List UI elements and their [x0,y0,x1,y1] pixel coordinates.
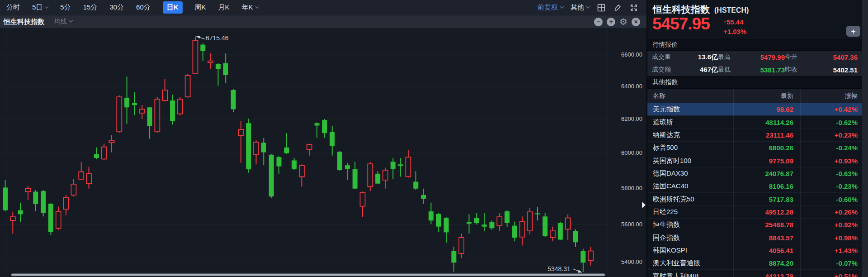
gear-icon[interactable]: ⚙ [619,17,627,26]
quote-label: 成交量 [652,53,680,61]
index-row-国企指数[interactable]: 国企指数8843.57+0.98% [647,231,868,244]
index-row-欧洲斯托克50[interactable]: 欧洲斯托克505717.83-0.60% [647,193,868,205]
index-row-法国CAC40[interactable]: 法国CAC408106.16-0.23% [647,180,868,193]
candle-body-down [170,100,175,121]
period-tab-5日[interactable]: 5日 [32,3,48,12]
high-annotation-label: 6715.46 [206,34,229,42]
candle-body-down [580,251,585,263]
candle-body-up [550,231,555,238]
y-tick-label: 6200.00 [621,115,642,122]
last-price: 5457.95 [652,14,710,33]
drawing-brush-icon[interactable] [613,3,622,12]
candle-body-up [56,211,61,228]
chart-horizontal-scrollbar[interactable] [11,274,605,276]
index-row-韩国KOSPI[interactable]: 韩国KOSPI4056.41+1.43% [647,244,868,257]
candle-body-up [238,129,243,135]
quote-label: 今开 [785,53,807,61]
candle-body-up [25,189,30,192]
candle-body-down [505,211,509,223]
quote-value: 5479.99 [740,53,785,61]
index-last-value: 4056.41 [732,247,799,254]
period-tab-30分[interactable]: 30分 [109,3,124,12]
close-icon[interactable]: × [632,18,640,26]
candle-body-down [41,191,46,213]
add-to-watchlist-button[interactable]: + [846,26,860,37]
index-row-德国DAX30[interactable]: 德国DAX3024076.87-0.63% [647,167,868,180]
index-row-纳斯达克[interactable]: 纳斯达克23111.46+0.23% [647,129,868,142]
ma-dropdown[interactable]: 均线 [54,18,72,26]
candle-body-up [299,165,304,177]
index-code: (HSTECH) [714,6,749,14]
candle-body-down [18,210,23,215]
candle-body-down [292,160,297,169]
index-row-澳大利亚普通股[interactable]: 澳大利亚普通股8874.20-0.07% [647,257,868,270]
candle-body-up [71,184,76,195]
index-row-道琼斯[interactable]: 道琼斯48114.26-0.62% [647,116,868,129]
index-change-percent: +0.98% [799,234,858,242]
period-tab-15分[interactable]: 15分 [83,3,98,12]
toolbar-right-controls: 前复权 其他 [538,3,638,12]
index-row-富时意大利MIB[interactable]: 富时意大利MIB44212.78+0.51% [647,270,868,277]
period-tab-年K[interactable]: 年K [242,3,259,12]
chevron-down-icon [69,19,73,22]
candle-body-down [216,64,221,69]
column-header-change: 涨幅 [799,92,858,100]
quote-label: 昨收 [785,66,807,74]
period-tab-60分[interactable]: 60分 [136,3,151,12]
period-tab-分时[interactable]: 分时 [6,3,20,12]
period-tab-月K[interactable]: 月K [218,3,230,12]
section-header-quotes: 行情报价 [647,39,868,51]
chevron-down-icon [45,5,48,8]
period-tab-日K[interactable]: 日K [163,1,183,14]
index-name: 欧洲斯托克50 [653,195,732,204]
adjust-mode-label: 前复权 [538,3,558,12]
index-name: 德国DAX30 [653,169,732,178]
ma-label: 均线 [54,18,67,26]
index-last-value: 44212.78 [732,272,799,277]
candle-body-down [284,148,289,153]
period-tab-5分[interactable]: 5分 [60,3,71,12]
index-last-value: 8843.57 [732,234,799,242]
quote-value: 467亿 [680,66,718,74]
adjust-mode-dropdown[interactable]: 前复权 [538,3,563,12]
index-row-标普500[interactable]: 标普5006800.26-0.24% [647,142,868,154]
index-row-英国富时100[interactable]: 英国富时1009775.09+0.93% [647,154,868,167]
candle-body-down [315,123,320,125]
index-change-percent: -0.07% [799,259,858,267]
zoom-in-button[interactable]: + [607,18,615,26]
index-row-美元指数[interactable]: 美元指数98.62+0.42% [647,103,868,116]
quote-value: 13.6亿 [680,53,718,62]
index-name: 恒生科技指数 [653,3,710,16]
index-name: 标普500 [653,143,732,152]
candle-body-down [223,63,228,75]
index-last-value: 9775.09 [732,157,799,165]
index-name: 日经225 [653,208,732,216]
candle-body-up [193,40,198,73]
candle-body-up [307,144,312,149]
candle-body-up [86,174,91,184]
quote-row: 成交额467亿最低5381.73昨收5402.51 [647,63,868,76]
candle-body-up [254,142,259,155]
candle-body-down [3,187,8,210]
candle-body-up [102,147,107,159]
price-change-percent: +1.03% [723,28,746,35]
index-row-恒生指数[interactable]: 恒生指数25468.78+0.92% [647,219,868,231]
fullscreen-expand-icon[interactable] [629,3,638,12]
index-change-percent: +0.23% [799,131,858,139]
quote-side-panel: 恒生科技指数 (HSTECH) 5457.95 ↑55.44 +1.03% + … [646,0,868,277]
layout-grid-icon[interactable] [597,3,606,12]
index-last-value: 25468.78 [732,221,799,229]
column-header-last: 最新 [732,92,799,100]
period-tab-周K[interactable]: 周K [195,3,206,12]
zoom-out-button[interactable]: − [594,18,603,26]
index-row-日经225[interactable]: 日经22549512.28+0.26% [647,206,868,219]
panel-collapse-handle[interactable] [642,202,646,208]
candle-body-up [528,212,533,231]
other-dropdown[interactable]: 其他 [571,3,590,12]
index-last-value: 8874.20 [732,259,799,267]
index-name: 澳大利亚普通股 [653,259,732,267]
candlestick-chart[interactable]: 6600.006400.006200.006000.005800.005600.… [0,0,646,277]
index-change-percent: +0.92% [799,221,858,229]
panel-scrollbar-gutter[interactable] [862,0,868,277]
candle-body-down [94,154,99,158]
